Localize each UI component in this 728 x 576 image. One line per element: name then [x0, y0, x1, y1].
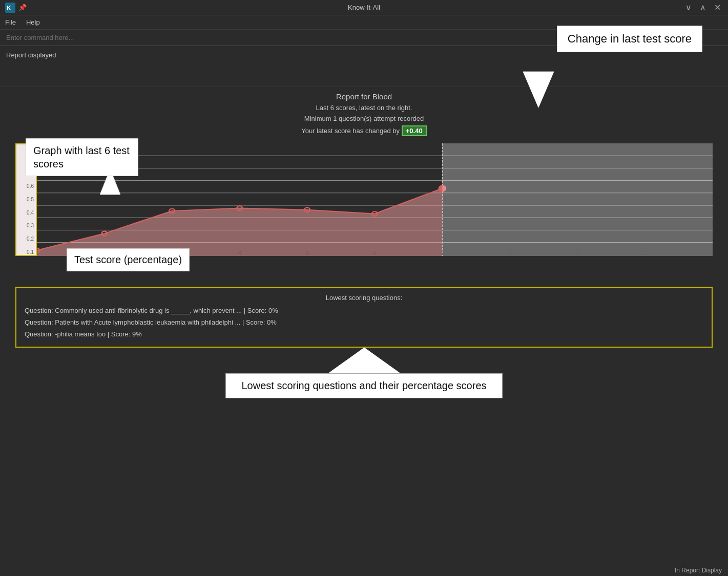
svg-rect-21 [442, 143, 713, 256]
bottom-annotation-box: Lowest scoring questions and their perce… [225, 373, 502, 398]
status-bar-text: In Report Display [675, 567, 722, 574]
question-item-1: Question: Commonly used anti-fibrinolyti… [25, 305, 703, 316]
svg-marker-13 [37, 188, 442, 256]
svg-text:5: 5 [305, 249, 309, 255]
chart-wrapper: Graph with last 6 test scores 0.9 0.8 0.… [15, 143, 713, 256]
bottom-arrow-container [15, 348, 713, 373]
svg-text:1: 1 [37, 249, 39, 255]
report-subtitle-line1: Last 6 scores, latest on the right. [15, 103, 713, 114]
titlebar-pin-icon[interactable]: 📌 [18, 4, 27, 11]
status-message: Report displayed [6, 51, 56, 59]
minimize-button[interactable]: ∨ [683, 3, 694, 12]
score-change-line: Your latest score has changed by +0.40 [15, 125, 713, 136]
score-annotation-box: Test score (percentage) [67, 248, 190, 271]
status-bar-bottom: In Report Display [669, 565, 728, 576]
change-annotation-arrow [508, 67, 569, 108]
titlebar-controls: ∨ ∧ ✕ [683, 3, 723, 12]
titlebar-title: Know-It-All [348, 4, 380, 11]
bottom-annotation-arrow [313, 348, 415, 373]
svg-text:K: K [7, 5, 11, 12]
svg-marker-3 [523, 72, 554, 108]
question-item-2: Question: Patients with Acute lymphoblas… [25, 316, 703, 328]
lowest-questions-box: Lowest scoring questions: Question: Comm… [15, 287, 713, 348]
menu-help[interactable]: Help [26, 18, 40, 26]
change-annotation-box: Change in last test score [557, 26, 702, 52]
main-content: Report for Blood Last 6 scores, latest o… [0, 87, 728, 403]
svg-text:4: 4 [238, 249, 242, 255]
close-button[interactable]: ✕ [712, 3, 723, 12]
svg-text:7: 7 [441, 249, 445, 255]
report-subtitle-line2: Minimum 1 question(s) attempt recorded [15, 114, 713, 124]
lowest-questions-title: Lowest scoring questions: [25, 294, 703, 302]
app-logo: K [5, 3, 15, 13]
svg-text:10: 10 [641, 249, 649, 255]
svg-text:8: 8 [508, 249, 512, 255]
svg-text:6: 6 [373, 249, 377, 255]
menu-file[interactable]: File [5, 18, 16, 26]
status-area: Report displayed [0, 46, 728, 87]
score-change-badge: +0.40 [402, 125, 427, 136]
titlebar: K 📌 Know-It-All ∨ ∧ ✕ [0, 0, 728, 15]
graph-annotation-box: Graph with last 6 test scores [26, 138, 138, 176]
titlebar-left: K 📌 [5, 3, 27, 13]
maximize-button[interactable]: ∧ [698, 3, 708, 12]
question-item-3: Question: -philia means too | Score: 9% [25, 328, 703, 340]
svg-marker-34 [328, 348, 400, 373]
svg-text:9: 9 [576, 249, 580, 255]
report-title: Report for Blood [15, 92, 713, 101]
report-container: Report for Blood Last 6 scores, latest o… [15, 92, 713, 398]
